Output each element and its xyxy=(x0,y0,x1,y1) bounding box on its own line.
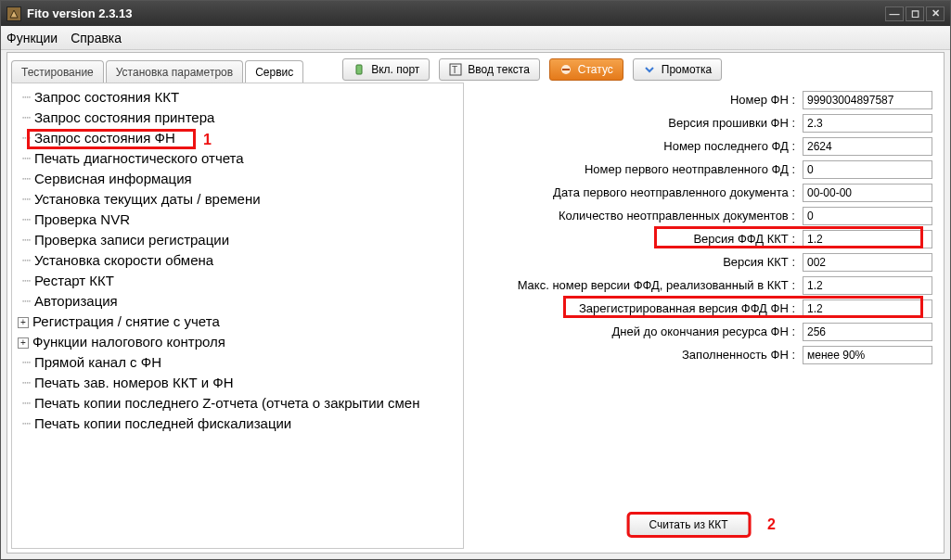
tab-testing[interactable]: Тестирование xyxy=(11,60,104,83)
port-on-label: Вкл. порт xyxy=(371,63,419,76)
window-title: Fito version 2.3.13 xyxy=(27,6,132,20)
tree-branch-icon xyxy=(16,373,34,393)
form-label: Дней до окончания ресурса ФН : xyxy=(482,325,803,338)
form-value[interactable]: 0 xyxy=(803,160,932,179)
form-label: Количество неотправленных документов : xyxy=(482,209,803,223)
annotation-1: 1 xyxy=(203,130,212,150)
tree-item[interactable]: Установка текущих даты / времени xyxy=(16,189,463,210)
form-row: Номер ФН :99903004897587 xyxy=(482,88,932,111)
titlebar: Fito version 2.3.13 — ◻ ✕ xyxy=(1,1,950,26)
form-row: Номер последнего ФД :2624 xyxy=(482,134,932,158)
feed-button[interactable]: Промотка xyxy=(633,58,722,81)
form-label: Заполненность ФН : xyxy=(482,348,803,362)
svg-text:T: T xyxy=(452,65,457,75)
status-form: Номер ФН :99903004897587Версия прошивки … xyxy=(464,83,940,549)
tree-branch-icon xyxy=(16,291,34,312)
menu-help[interactable]: Справка xyxy=(71,31,122,45)
form-label: Макс. номер версии ФФД, реализованный в … xyxy=(482,278,803,292)
form-label: Версия ФФД ККТ : xyxy=(482,232,803,246)
tree-item[interactable]: +Регистрация / снятие с учета xyxy=(16,312,463,332)
tree-item[interactable]: Запрос состояния ККТ xyxy=(16,87,463,108)
tree-item[interactable]: Рестарт ККТ xyxy=(16,271,463,291)
tree-item[interactable]: Печать копии последнего Z-отчета (отчета… xyxy=(16,393,463,414)
expand-icon[interactable]: + xyxy=(18,337,29,349)
tree-branch-icon xyxy=(16,87,34,108)
tree-branch-icon xyxy=(16,210,34,230)
tree-branch-icon xyxy=(16,393,34,414)
svg-rect-4 xyxy=(562,69,570,70)
read-button-label: Считать из ККТ xyxy=(649,518,727,531)
text-input-button[interactable]: T Ввод текста xyxy=(439,58,539,81)
close-button[interactable]: ✕ xyxy=(926,6,945,21)
bottom-button-area: Считать из ККТ 2 xyxy=(628,514,776,536)
svg-rect-0 xyxy=(356,65,362,74)
tree-item[interactable]: Проверка NVR xyxy=(16,210,463,230)
form-value[interactable]: менее 90% xyxy=(803,346,932,364)
form-value[interactable]: 0 xyxy=(803,207,932,225)
form-label: Номер первого неотправленного ФД : xyxy=(482,162,803,176)
form-value[interactable]: 1.2 xyxy=(803,276,932,295)
form-value[interactable]: 1.2 xyxy=(803,230,932,248)
app-window: Fito version 2.3.13 — ◻ ✕ Функции Справк… xyxy=(0,0,951,560)
tree-branch-icon xyxy=(16,128,34,148)
form-label: Зарегистрированная версия ФФД ФН : xyxy=(482,301,803,315)
tree-item[interactable]: Запрос состояния принтера xyxy=(16,108,463,128)
status-icon xyxy=(559,63,572,76)
tree-branch-icon xyxy=(16,250,34,271)
tree-item[interactable]: Сервисная информация xyxy=(16,169,463,189)
tabs: Тестирование Установка параметров Сервис xyxy=(11,57,305,83)
form-label: Номер последнего ФД : xyxy=(482,139,803,153)
tree-branch-icon xyxy=(16,189,34,210)
tab-service[interactable]: Сервис xyxy=(245,60,303,83)
form-row: Заполненность ФН :менее 90% xyxy=(482,343,932,366)
tree-branch-icon xyxy=(16,271,34,291)
form-value[interactable]: 256 xyxy=(803,323,932,341)
form-value[interactable]: 2.3 xyxy=(803,114,932,133)
text-icon: T xyxy=(449,63,462,76)
form-row: Версия ККТ :002 xyxy=(482,250,932,274)
tree-item[interactable]: +Функции налогового контроля xyxy=(16,332,463,352)
form-value[interactable]: 99903004897587 xyxy=(803,91,932,109)
form-row: Номер первого неотправленного ФД :0 xyxy=(482,158,932,181)
form-value[interactable]: 2624 xyxy=(803,137,932,156)
read-from-kkt-button[interactable]: Считать из ККТ xyxy=(628,514,749,536)
tree-item[interactable]: Авторизация xyxy=(16,291,463,312)
tree-item[interactable]: Печать копии последней фискализации xyxy=(16,414,463,434)
minimize-button[interactable]: — xyxy=(885,6,904,21)
form-label: Дата первого неотправленного документа : xyxy=(482,185,803,199)
menu-functions[interactable]: Функции xyxy=(6,31,58,45)
form-value[interactable]: 00-00-00 xyxy=(803,184,932,202)
tree-branch-icon xyxy=(16,108,34,128)
text-input-label: Ввод текста xyxy=(468,63,529,76)
tree-item[interactable]: Проверка записи регистрации xyxy=(16,230,463,250)
plug-icon xyxy=(353,63,366,76)
port-on-button[interactable]: Вкл. порт xyxy=(342,58,430,81)
button-bar: Вкл. порт T Ввод текста Статус Промотка xyxy=(342,58,731,81)
form-row: Макс. номер версии ФФД, реализованный в … xyxy=(482,274,932,297)
tree-item[interactable]: Печать зав. номеров ККТ и ФН xyxy=(16,373,463,393)
tree-item[interactable]: Установка скорости обмена xyxy=(16,250,463,271)
form-row: Версия прошивки ФН :2.3 xyxy=(482,111,932,134)
tree-branch-icon xyxy=(16,230,34,250)
form-row: Дата первого неотправленного документа :… xyxy=(482,181,932,204)
panels: Запрос состояния ККТЗапрос состояния при… xyxy=(11,83,940,549)
tab-params[interactable]: Установка параметров xyxy=(106,60,243,83)
form-row: Количество неотправленных документов :0 xyxy=(482,204,932,227)
app-icon xyxy=(6,6,21,21)
form-value[interactable]: 1.2 xyxy=(803,299,932,318)
form-value[interactable]: 002 xyxy=(803,253,932,272)
status-label: Статус xyxy=(578,63,613,76)
tree-item[interactable]: Прямой канал с ФН xyxy=(16,352,463,373)
service-tree: Запрос состояния ККТЗапрос состояния при… xyxy=(11,83,464,549)
form-label: Номер ФН : xyxy=(482,93,803,107)
form-row: Зарегистрированная версия ФФД ФН :1.2 xyxy=(482,297,932,320)
status-button[interactable]: Статус xyxy=(549,58,623,81)
form-label: Версия прошивки ФН : xyxy=(482,116,803,130)
tree-branch-icon xyxy=(16,352,34,373)
tree-branch-icon xyxy=(16,414,34,434)
expand-icon[interactable]: + xyxy=(18,317,29,328)
content-area: Тестирование Установка параметров Сервис… xyxy=(6,52,945,554)
tree-item[interactable]: Запрос состояния ФН xyxy=(16,128,463,148)
tree-item[interactable]: Печать диагностического отчета xyxy=(16,148,463,169)
maximize-button[interactable]: ◻ xyxy=(906,6,924,21)
